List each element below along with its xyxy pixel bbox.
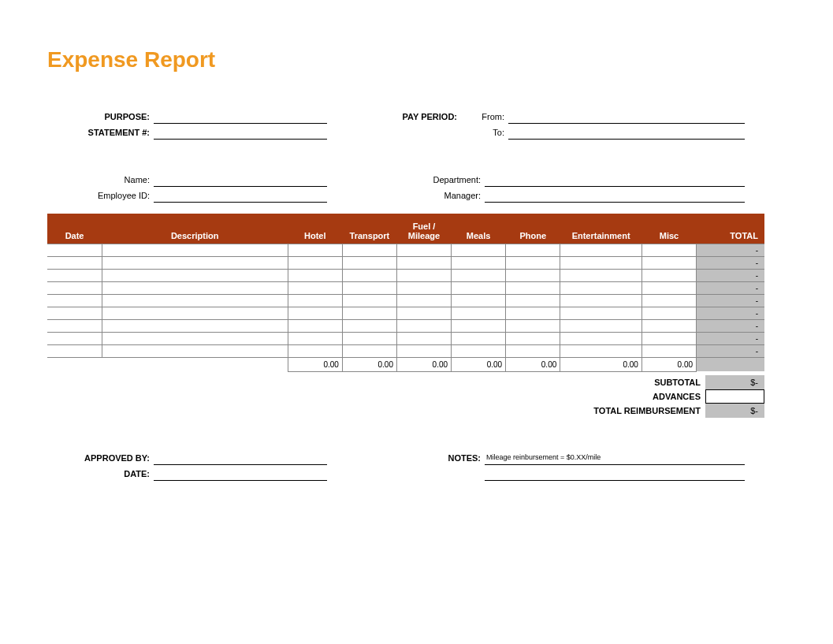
table-cell[interactable]	[641, 269, 696, 281]
table-cell[interactable]	[396, 344, 451, 357]
table-cell[interactable]	[560, 294, 642, 307]
table-cell[interactable]	[560, 256, 642, 269]
to-input[interactable]	[508, 125, 745, 140]
table-cell[interactable]	[47, 307, 102, 319]
table-cell[interactable]	[506, 294, 560, 307]
table-cell[interactable]	[288, 332, 342, 344]
table-cell[interactable]	[342, 256, 396, 269]
table-cell[interactable]	[102, 332, 288, 344]
table-cell[interactable]	[342, 281, 396, 294]
statement-input[interactable]	[154, 125, 327, 140]
table-cell[interactable]	[506, 344, 560, 357]
table-cell[interactable]	[288, 294, 342, 307]
table-cell[interactable]	[342, 307, 396, 319]
table-cell[interactable]	[288, 269, 342, 281]
table-cell[interactable]	[288, 281, 342, 294]
table-cell[interactable]	[288, 244, 342, 256]
table-cell[interactable]	[641, 307, 696, 319]
manager-input[interactable]	[485, 188, 745, 203]
table-cell[interactable]	[452, 244, 506, 256]
table-cell[interactable]	[506, 332, 560, 344]
table-cell[interactable]	[47, 269, 102, 281]
table-cell[interactable]	[641, 332, 696, 344]
table-cell[interactable]	[452, 307, 506, 319]
table-cell[interactable]	[102, 307, 288, 319]
table-cell[interactable]	[47, 256, 102, 269]
table-cell[interactable]	[396, 319, 451, 332]
col-fuel: Fuel / Mileage	[396, 214, 451, 244]
table-cell[interactable]	[288, 319, 342, 332]
notes-input[interactable]: Mileage reinbursement = $0.XX/mile	[485, 451, 745, 465]
table-cell[interactable]	[452, 281, 506, 294]
table-cell[interactable]	[452, 294, 506, 307]
table-cell[interactable]	[452, 256, 506, 269]
table-cell[interactable]	[102, 269, 288, 281]
table-cell[interactable]	[396, 281, 451, 294]
name-input[interactable]	[154, 173, 327, 187]
table-cell[interactable]	[506, 319, 560, 332]
table-cell[interactable]	[641, 244, 696, 256]
table-cell[interactable]	[396, 244, 451, 256]
table-cell[interactable]	[342, 244, 396, 256]
table-cell[interactable]	[452, 319, 506, 332]
table-cell[interactable]	[560, 269, 642, 281]
table-cell[interactable]	[560, 332, 642, 344]
subtotal-value: $-	[705, 375, 764, 389]
table-cell[interactable]	[47, 344, 102, 357]
from-input[interactable]	[508, 110, 745, 124]
table-cell[interactable]	[506, 269, 560, 281]
table-cell[interactable]	[342, 332, 396, 344]
table-cell[interactable]	[342, 344, 396, 357]
table-cell[interactable]	[560, 344, 642, 357]
table-cell[interactable]	[560, 307, 642, 319]
table-cell[interactable]	[506, 244, 560, 256]
table-cell[interactable]	[396, 256, 451, 269]
table-cell[interactable]	[560, 281, 642, 294]
approved-by-input[interactable]	[154, 451, 327, 465]
department-input[interactable]	[485, 173, 745, 187]
table-cell[interactable]	[47, 319, 102, 332]
table-cell[interactable]	[47, 332, 102, 344]
table-cell[interactable]	[396, 294, 451, 307]
table-cell[interactable]	[452, 269, 506, 281]
sum-phone: 0.00	[506, 357, 560, 371]
advances-input[interactable]	[705, 389, 764, 404]
footer-date-input[interactable]	[154, 467, 327, 481]
table-cell[interactable]	[288, 256, 342, 269]
table-cell[interactable]	[452, 344, 506, 357]
table-cell[interactable]	[641, 319, 696, 332]
table-cell[interactable]	[102, 319, 288, 332]
table-cell[interactable]	[396, 332, 451, 344]
table-cell[interactable]	[342, 319, 396, 332]
employee-id-input[interactable]	[154, 188, 327, 203]
table-cell[interactable]	[560, 244, 642, 256]
table-cell[interactable]	[47, 281, 102, 294]
table-cell[interactable]	[288, 307, 342, 319]
col-desc: Description	[102, 214, 288, 244]
table-cell[interactable]	[396, 269, 451, 281]
table-cell[interactable]	[560, 319, 642, 332]
table-cell[interactable]	[288, 344, 342, 357]
table-cell[interactable]	[641, 344, 696, 357]
table-cell[interactable]	[452, 332, 506, 344]
expense-table: Date Description Hotel Transport Fuel / …	[47, 214, 764, 372]
table-cell[interactable]	[506, 256, 560, 269]
table-cell[interactable]	[342, 269, 396, 281]
table-cell[interactable]	[102, 344, 288, 357]
purpose-input[interactable]	[154, 110, 327, 124]
name-label: Name:	[47, 173, 154, 187]
table-cell[interactable]	[506, 307, 560, 319]
table-cell[interactable]	[47, 244, 102, 256]
table-cell[interactable]	[641, 294, 696, 307]
table-cell[interactable]	[342, 294, 396, 307]
notes-input-line2[interactable]	[485, 467, 745, 481]
table-cell[interactable]	[102, 244, 288, 256]
table-cell[interactable]	[102, 256, 288, 269]
table-cell[interactable]	[396, 307, 451, 319]
table-cell[interactable]	[47, 294, 102, 307]
table-cell[interactable]	[641, 281, 696, 294]
table-cell[interactable]	[506, 281, 560, 294]
table-cell[interactable]	[641, 256, 696, 269]
table-cell[interactable]	[102, 281, 288, 294]
table-cell[interactable]	[102, 294, 288, 307]
